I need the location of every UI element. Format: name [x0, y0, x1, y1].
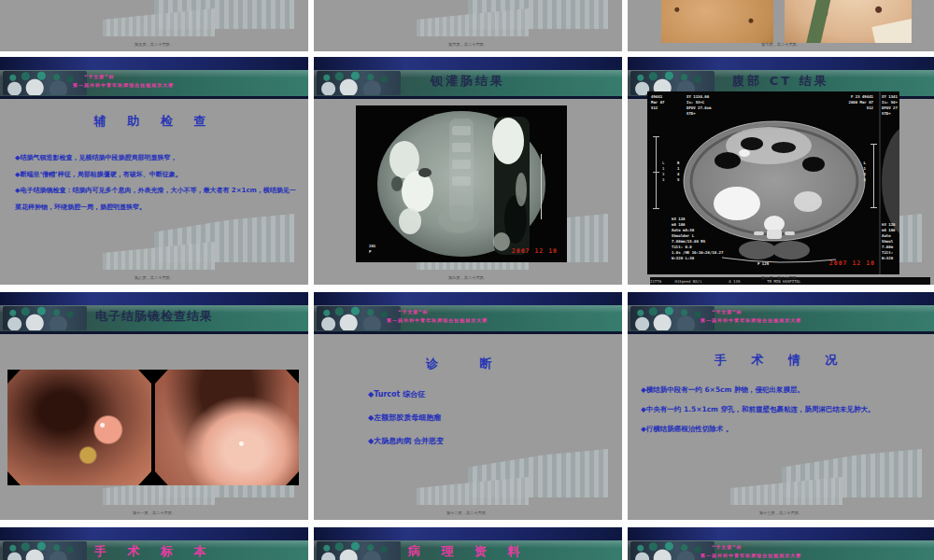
ct-strip-params-top: XY 1341 Is: 54+ DFOV 27 STD+ [882, 94, 898, 117]
slide-title: 腹部 CT 结果 [628, 73, 934, 90]
competition-header: “卡文森”杯 第一届外科中青年医师综合技能展示大赛 [73, 73, 174, 89]
bullet-item: ◆结肠气钡造影检查，见横结肠中段肠腔局部明显狭窄， [15, 150, 301, 167]
ct-params-bl: kV 120 mA 106 Auto mA:30 Shoulder L 7.00… [672, 217, 723, 261]
xray-date: 2007 12 10 [512, 247, 558, 255]
slide-top-bar [628, 527, 934, 541]
bullet-item: ◆左额部胶质母细胞瘤 [368, 413, 444, 423]
slide-title: 辅 助 检 查 [0, 113, 308, 130]
slide-top-bar [0, 292, 308, 306]
xray-graphic [356, 105, 567, 262]
slide-top-bar [0, 57, 308, 71]
slide-top-bar [314, 292, 622, 306]
abdominal-ct-image: 49441 Mar 07 512 XY 1134.00 Is: 53+C DFO… [647, 91, 899, 274]
building-watermark [103, 0, 304, 40]
bullet-item: ◆横结肠中段有一约 6×5cm 肿物，侵犯出浆膜层。 [641, 380, 927, 399]
competition-cup-name: “卡文森”杯 [712, 308, 801, 316]
band-divider [314, 96, 622, 99]
band-divider [0, 331, 308, 334]
skin-moles-photo [661, 0, 773, 43]
slide-top-bar [628, 292, 934, 306]
bullet-item: ◆大肠息肉病 合并恶变 [368, 436, 444, 446]
page-footer: 第六页，共二十六页。 [361, 41, 576, 47]
ct-side-left-label: R 1 4 5 [677, 161, 679, 183]
colonoscopy-photo-right [155, 370, 299, 485]
page-footer: 第七页，共二十六页。 [673, 41, 888, 47]
ct-params-tl: XY 1134.00 Is: 53+C DFOV 27.0cm STD+ [686, 94, 712, 117]
slide-title: 病 理 资 料 [314, 543, 622, 560]
building-watermark [417, 432, 617, 509]
bullet-list: ◆Turcot 综合征 ◆左额部胶质母细胞瘤 ◆大肠息肉病 合并恶变 [368, 389, 444, 447]
colonoscopy-photos [7, 370, 299, 485]
slide-thumbnail-next[interactable]: “卡文森”杯 第一届外科中青年医师综合技能展示大赛 [628, 527, 934, 560]
slide-title: 诊 断 [314, 356, 622, 372]
slide-thumbnail-pathology-data[interactable]: 病 理 资 料 [314, 527, 622, 560]
page-footer: 第八页，共二十六页。 [47, 274, 262, 280]
slide-thumbnail-surgical-specimen[interactable]: 手 术 标 本 [0, 527, 308, 560]
ct-side-right-label: L 1 3 3 [864, 161, 866, 183]
instrument-strip [802, 0, 842, 43]
page-footer: 第十页，共二十六页。 [673, 274, 888, 280]
slide-title: 钡灌肠结果 [314, 73, 622, 90]
colonoscopy-photo-left [7, 370, 151, 485]
slide-title: 电子结肠镜检查结果 [0, 308, 308, 325]
ct-strip-params-bottom: kV 120 mA 106 Auto Shoul 7.00m Tilt: W:3… [882, 222, 895, 261]
competition-header: “卡文森”杯 第一届外科中青年医师综合技能展示大赛 [700, 543, 801, 559]
slide-top-bar [0, 527, 308, 541]
slide-thumbnail-page-6[interactable]: 第六页，共二十六页。 [314, 0, 622, 51]
bullet-item: ◆行横结肠癌根治性切除术 。 [641, 419, 927, 439]
barium-enema-xray-image: 201 P 2007 12 10 [356, 105, 567, 262]
ct-bottom-center-label: P 129 [757, 261, 769, 267]
building-watermark [417, 0, 617, 40]
building-watermark [730, 432, 931, 509]
band-divider [0, 96, 308, 99]
bullet-list: ◆横结肠中段有一约 6×5cm 肿物，侵犯出浆膜层。 ◆中央有一约 1.5×1c… [641, 380, 927, 439]
page-footer: 第九页，共二十六页。 [361, 274, 576, 280]
slide-thumbnail-page-11[interactable]: 电子结肠镜检查结果 第十一页，共二十六页。 [0, 292, 308, 520]
slide-thumbnail-page-12[interactable]: “卡文森”杯 第一届外科中青年医师综合技能展示大赛 诊 断 ◆Turcot 综合… [314, 292, 622, 520]
competition-event-name: 第一届外科中青年医师综合技能展示大赛 [387, 316, 488, 325]
bullet-list: ◆结肠气钡造影检查，见横结肠中段肠腔局部明显狭窄， ◆断端呈‘僧帽’样征，局部粘… [15, 150, 301, 216]
chest-exam-photo [785, 0, 912, 43]
competition-cup-name: “卡文森”杯 [398, 308, 488, 316]
ct-rail-left-label: L 1 3 3 [662, 161, 664, 183]
slide-thumbnail-page-9[interactable]: 钡灌肠结果 [314, 57, 622, 285]
slide-title: 手 术 情 况 [628, 352, 934, 369]
slide-top-bar [314, 527, 622, 541]
competition-event-name: 第一届外科中青年医师综合技能展示大赛 [73, 81, 174, 90]
slide-thumbnail-page-10[interactable]: 腹部 CT 结果 [628, 57, 934, 285]
competition-header: “卡文森”杯 第一届外科中青年医师综合技能展示大赛 [700, 308, 801, 324]
bullet-item: ◆断端呈‘僧帽’样征，局部粘膜僵硬，有破坏、中断征象。 [15, 167, 301, 184]
competition-event-name: 第一届外科中青年医师综合技能展示大赛 [700, 316, 801, 325]
page-footer: 第十三页，共二十六页。 [673, 510, 888, 515]
slide-thumbnail-page-13[interactable]: “卡文森”杯 第一届外科中青年医师综合技能展示大赛 手 术 情 况 ◆横结肠中段… [628, 292, 934, 520]
bullet-item: ◆电子结肠镜检查：结肠内可见多个息肉，外表光滑，大小不等，最大者有 2×1cm，… [15, 183, 301, 216]
ct-date: 2007 12 10 [829, 259, 875, 267]
slide-top-bar [628, 57, 934, 71]
band-divider [628, 331, 934, 334]
ct-corner-label-tr: F 23 49441 2006 Mar 07 512 [849, 94, 874, 111]
slide-title: 手 术 标 本 [0, 543, 308, 560]
page-footer: 第十二页，共二十六页。 [361, 510, 576, 515]
slide-thumbnail-page-7[interactable]: 第七页，共二十六页。 [628, 0, 934, 51]
slide-top-bar [314, 57, 622, 71]
drape-cloth [871, 19, 912, 43]
competition-cup-name: “卡文森”杯 [712, 543, 801, 552]
competition-header: “卡文森”杯 第一届外科中青年医师综合技能展示大赛 [387, 308, 488, 324]
competition-cup-name: “卡文森”杯 [84, 73, 174, 81]
xray-position-label: 201 P [369, 244, 375, 255]
bullet-item: ◆Turcot 综合征 [368, 389, 444, 399]
slide-thumbnail-page-8[interactable]: “卡文森”杯 第一届外科中青年医师综合技能展示大赛 辅 助 检 查 ◆结肠气钡造… [0, 57, 308, 285]
band-divider [314, 331, 622, 334]
slide-thumbnail-page-5[interactable]: 第五页，共二十六页。 [0, 0, 308, 51]
page-footer: 第五页，共二十六页。 [47, 41, 262, 47]
ct-corner-label-tl: 49441 Mar 07 512 [651, 94, 664, 111]
page-footer: 第十一页，共二十六页。 [47, 510, 262, 515]
competition-event-name: 第一届外科中青年医师综合技能展示大赛 [700, 552, 801, 560]
bullet-item: ◆中央有一约 1.5×1cm 穿孔，和前腹壁包裹粘连，肠周淋巴结未见肿大。 [641, 399, 927, 419]
